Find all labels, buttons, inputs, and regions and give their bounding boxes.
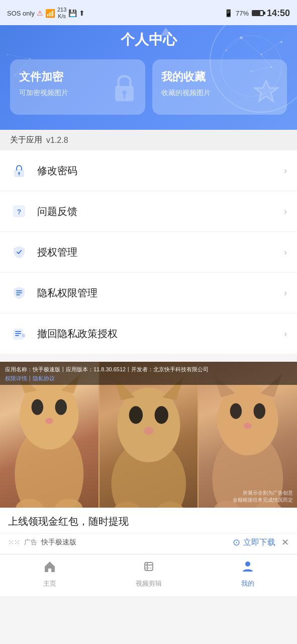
alert-icon: ⚠ (37, 9, 43, 17)
arrow-icon-2: › (284, 247, 287, 258)
star-card-icon (252, 78, 280, 110)
ad-left-info: ⁙⁙ 广告 快手极速版 (8, 538, 76, 547)
svg-point-52 (230, 403, 242, 419)
download-button[interactable]: ⊙ 立即下载 (233, 537, 275, 548)
file-encrypt-card[interactable]: 文件加密 可加密视频图片 (10, 59, 145, 115)
nav-item-profile[interactable]: 我的 (198, 559, 297, 588)
svg-line-15 (8, 54, 30, 58)
ad-title: 上线领现金红包，随时提现 (8, 515, 129, 528)
scissors-icon (142, 559, 156, 577)
speed-text: 213K/s (57, 7, 66, 20)
arrow-icon-0: › (284, 166, 287, 176)
nav-item-edit[interactable]: 视频剪辑 (99, 559, 198, 588)
svg-rect-26 (14, 329, 23, 339)
svg-point-13 (7, 54, 9, 55)
card2-title: 我的收藏 (161, 69, 206, 85)
card1-title: 文件加密 (19, 69, 63, 85)
ad-image: 应用名称：快手极速版丨应用版本：11.8.30.6512丨开发者：北京快手科技有… (0, 362, 297, 508)
about-version: v1.2.8 (46, 136, 68, 145)
card2-subtitle: 收藏的视频图片 (161, 89, 211, 98)
arrow-icon-3: › (284, 288, 287, 298)
svg-point-53 (254, 403, 265, 419)
edit-nav-label: 视频剪辑 (136, 579, 162, 588)
profile-icon (241, 559, 255, 577)
svg-point-44 (154, 406, 168, 424)
ad-links-text: 权限详情丨隐私协议 (5, 375, 55, 381)
privacy-menu-icon (10, 284, 28, 302)
time-display: 14:50 (267, 8, 290, 19)
storage-icon: 💾 (68, 9, 77, 17)
about-label: 关于应用 (10, 135, 42, 145)
question-menu-icon: ? (10, 202, 28, 220)
ad-right-actions: ⊙ 立即下载 ✕ (233, 537, 289, 548)
ad-app-info-bar: 应用名称：快手极速版丨应用版本：11.8.30.6512丨开发者：北京快手科技有… (0, 362, 297, 385)
ad-app-info-text: 应用名称：快手极速版丨应用版本：11.8.30.6512丨开发者：北京快手科技有… (5, 366, 209, 372)
svg-point-36 (45, 418, 53, 424)
revoke-policy-label: 撤回隐私政策授权 (37, 327, 284, 341)
svg-point-61 (245, 561, 250, 567)
header-section: 个人中心 文件加密 可加密视频图片 我的收藏 收藏的视频图片 (0, 25, 297, 130)
ad-watermark: 所展示全割为广告创意 金额根据任务完成情况而定 (233, 490, 293, 504)
battery-icon (252, 10, 264, 16)
ad-grid-icon: ⁙⁙ (8, 538, 20, 546)
svg-point-54 (244, 423, 252, 429)
svg-point-45 (144, 427, 154, 435)
ad-bottom-bar: ⁙⁙ 广告 快手极速版 ⊙ 立即下载 ✕ (0, 533, 297, 554)
menu-list: 修改密码 › ? 问题反馈 › 授权管理 › (0, 150, 297, 354)
upload-icon: ⬆ (79, 9, 85, 17)
cards-row: 文件加密 可加密视频图片 我的收藏 收藏的视频图片 (10, 59, 287, 115)
lock-menu-icon (10, 162, 28, 180)
home-nav-label: 主页 (43, 579, 56, 588)
status-right: 📱 77% 14:50 (224, 8, 290, 19)
lock-card-icon (111, 73, 138, 110)
bottom-nav: 主页 视频剪辑 我的 (0, 554, 297, 596)
svg-point-5 (225, 49, 227, 51)
battery-percent: 77% (236, 10, 249, 17)
card1-subtitle: 可加密视频图片 (19, 89, 68, 98)
arrow-icon-1: › (284, 206, 287, 217)
svg-point-34 (32, 399, 43, 415)
ad-app-name: 快手极速版 (41, 538, 76, 547)
svg-text:?: ? (17, 208, 22, 216)
svg-point-35 (55, 399, 67, 415)
download-label: 立即下载 (243, 537, 275, 548)
menu-item-auth-manage[interactable]: 授权管理 › (0, 232, 297, 273)
svg-point-43 (129, 406, 142, 424)
arrow-icon-4: › (284, 329, 287, 339)
ad-close-button[interactable]: ✕ (281, 537, 289, 548)
change-password-label: 修改密码 (37, 164, 284, 178)
auth-manage-label: 授权管理 (37, 246, 284, 259)
menu-item-change-password[interactable]: 修改密码 › (0, 150, 297, 191)
menu-item-feedback[interactable]: ? 问题反馈 › (0, 191, 297, 232)
my-favorites-card[interactable]: 我的收藏 收藏的视频图片 (152, 59, 287, 115)
svg-point-1 (260, 54, 262, 55)
status-left: SOS only ⚠ 📶 213K/s 💾 ⬆ (7, 7, 85, 20)
wifi-icon: 📶 (45, 9, 55, 18)
status-bar: SOS only ⚠ 📶 213K/s 💾 ⬆ 📱 77% 14:50 (0, 0, 297, 25)
sos-text: SOS only (7, 10, 35, 17)
ad-footer: 上线领现金红包，随时提现 (0, 508, 297, 533)
about-bar: 关于应用 v1.2.8 (0, 130, 297, 150)
nav-item-home[interactable]: 主页 (0, 559, 99, 588)
revoke-menu-icon (10, 325, 28, 343)
page-title: 个人中心 (10, 30, 287, 49)
ad-tag: 广告 (24, 538, 37, 547)
menu-item-revoke-policy[interactable]: 撤回隐私政策授权 › (0, 313, 297, 354)
shield-menu-icon (10, 243, 28, 261)
svg-rect-57 (145, 562, 153, 571)
network-icon: 📱 (224, 9, 233, 17)
home-icon (43, 559, 57, 577)
download-icon: ⊙ (233, 537, 240, 548)
ad-banner: 应用名称：快手极速版丨应用版本：11.8.30.6512丨开发者：北京快手科技有… (0, 362, 297, 554)
feedback-label: 问题反馈 (37, 205, 284, 218)
privacy-manage-label: 隐私权限管理 (37, 286, 284, 300)
profile-nav-label: 我的 (241, 579, 254, 588)
menu-item-privacy-manage[interactable]: 隐私权限管理 › (0, 273, 297, 313)
svg-marker-20 (254, 81, 277, 102)
